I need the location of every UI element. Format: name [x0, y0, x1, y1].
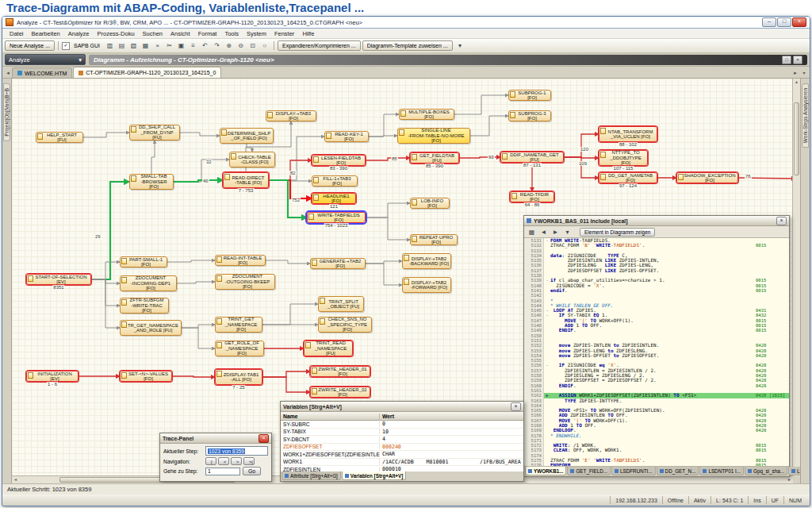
node-readkey[interactable]: READ-KEY-1 [FO] [324, 131, 369, 142]
open-icon[interactable]: ▧ [128, 40, 140, 52]
column-name[interactable]: Name [281, 414, 380, 419]
node-detshlp[interactable]: DETERMINE_SHLP_OF_FIELD [FO] [220, 128, 274, 144]
node-repeat[interactable]: REPEAT-UPRO [FO] [410, 234, 458, 245]
code-line[interactable]: 5160 ENDIF.0420 [524, 383, 789, 388]
close-document-icon[interactable]: × [793, 56, 802, 64]
column-wert[interactable]: Wert [380, 414, 523, 419]
include-tab-1[interactable]: GET_FIELD... [567, 467, 611, 475]
node-disp3[interactable]: DISPLAY-+TAB3 [FO] [266, 110, 316, 121]
tab-graph[interactable]: CT-OPTIMIZER-GRAPH-1120_20130123_164215_… [73, 67, 221, 78]
variable-row[interactable]: WORK1/1ACC/ACDB M810001 /1FB/BUS_AREA ..… [281, 459, 523, 467]
variable-row[interactable]: SY-SUBRC0 [281, 421, 523, 429]
node-getrole[interactable]: GET_ROLE_OF_NAMESPACE [FO] [215, 341, 264, 356]
node-dispback[interactable]: DISPLAY-+TAB2-BACKWARD [FO] [402, 253, 451, 269]
code-line[interactable]: 5170* ENDWHILE. [524, 433, 789, 438]
node-ddshlp[interactable]: DD_SHLP_CALL_FROM_DYNP [FU] [129, 125, 180, 140]
node-ntab[interactable]: NTAB_TRANSFORM_VIA_UCLEN [FO] [599, 126, 657, 142]
node-zdisp1[interactable]: ZDISPLAY-TAB1-ALL [FO] [215, 369, 262, 385]
variable-row[interactable]: ZDFIESOFFSET000240 [281, 444, 523, 452]
right-dock-tab-work-steps[interactable]: Work-Steps Analysieren [802, 83, 809, 148]
node-setn[interactable]: SET-<N>-VALUES [FO] [120, 371, 172, 382]
code-editor[interactable]: 5131-FORM WRITE-TABFIELDS.5132ZTRAC_FORM… [524, 238, 789, 467]
node-init[interactable]: INITIALIZATION [EV] [26, 371, 79, 382]
node-readint[interactable]: READ-INT-TABLE [FO] [215, 255, 266, 266]
node-nttype[interactable]: NTTYPE_TO_DDOBJTYPE [FO] [599, 150, 648, 166]
code-line[interactable]: 5149 ENDIF.0015 [524, 328, 789, 333]
next-step-button[interactable]: > [231, 457, 242, 465]
maximize-button[interactable]: □ [777, 17, 791, 27]
close-button[interactable]: × [792, 17, 806, 27]
tab-welcome[interactable]: WELCOME.HTM [12, 67, 72, 78]
menu-bearbeiten[interactable]: Bearbeiten [28, 30, 64, 37]
node-trintread[interactable]: TRINT_READ_NAMESPACE [FU] [304, 341, 353, 356]
new-analysis-button[interactable]: Neue Analyse ... [5, 40, 55, 51]
node-smalltab[interactable]: SMALL-TAB-BROWSER [FO] [129, 174, 174, 190]
code-panel-close-icon[interactable]: × [776, 217, 787, 225]
node-writetf[interactable]: WRITE-TABFIELDS [FO] [307, 212, 366, 223]
zoom-in-icon[interactable]: ⊕ [223, 40, 235, 52]
node-startsel[interactable]: START-OF-SELECTION [EV] [26, 274, 91, 285]
delete-icon[interactable]: × [151, 40, 163, 52]
node-zdocout[interactable]: ZDOCUMENT-OUTGOING-BKEEP [FO] [215, 274, 275, 290]
node-help[interactable]: HELP_START [FU] [36, 132, 83, 143]
scroll-left-icon[interactable]: ◄ [12, 476, 19, 483]
toolbar-overflow-icon[interactable]: ▾ [454, 40, 466, 52]
menu-analyze[interactable]: Analyze [64, 30, 94, 37]
left-dock-tab[interactable]: Projekt|Obj|Vars|B+B [3, 83, 10, 141]
node-shadow[interactable]: SHADOW_EXCEPTION [FO] [676, 172, 738, 183]
node-lesen[interactable]: LESEN-FIELDTAB [FO] [312, 155, 366, 166]
node-trintget[interactable]: TRINT_GET_NAMESPACE [FO] [215, 317, 262, 333]
node-dispfwd[interactable]: DISPLAY-+TAB2-FORWARD [FO] [402, 277, 451, 293]
variables-panel-titlebar[interactable]: Variablen [Strg+Alt+V] × [281, 402, 523, 412]
menu-suchen[interactable]: Suchen [139, 30, 167, 37]
node-fill3[interactable]: FILL-1+TAB3 [FO] [312, 175, 358, 187]
diagram-vscrollbar[interactable]: ▲ ▼ [792, 79, 800, 476]
zoom-fit-icon[interactable]: ⊡ [247, 40, 259, 52]
redo-icon[interactable]: ↷ [211, 40, 223, 52]
previous-step-button[interactable]: < [218, 457, 229, 465]
scroll-up-icon[interactable]: ▲ [793, 79, 800, 86]
zoom-out-icon[interactable]: ⊖ [235, 40, 247, 52]
minimize-button[interactable]: – [762, 17, 776, 27]
code-line[interactable]: 5173 CLEAR: OFF, WORK, WORK1.0015 [524, 448, 789, 452]
variable-row[interactable]: SY-DBCNT4 [281, 436, 523, 444]
goto-next-icon[interactable]: ► [550, 226, 561, 237]
node-zwh2[interactable]: ZWRITE_HEADER_02 [FO] [310, 387, 370, 398]
node-singleline[interactable]: SINGLE-LINE-FROM-TABLE-NO-MORE [FO] [397, 128, 470, 144]
menu-fenster[interactable]: Fenster [270, 30, 298, 37]
menu-format[interactable]: Format [194, 30, 221, 37]
undo-icon[interactable]: ↶ [199, 40, 211, 52]
save-icon[interactable]: ▦ [140, 40, 151, 52]
menu-tools[interactable]: Tools [220, 30, 243, 37]
tab-list-icon[interactable]: ▾ [800, 69, 808, 78]
scroll-right-icon[interactable]: ► [786, 476, 793, 483]
tab-scroll-right-icon[interactable]: ► [791, 69, 799, 78]
node-headline[interactable]: HEADLINE1 [FO] [312, 193, 356, 204]
include-tab-4[interactable]: LSDNTP01 I... [699, 467, 744, 475]
search-icon[interactable]: ○ [259, 40, 270, 52]
node-getftab[interactable]: GET_FIELDTAB [FU] [410, 152, 459, 164]
vscroll-thumb[interactable] [794, 102, 799, 175]
variable-row[interactable]: ZDFIESINTLEN000010 [281, 466, 523, 471]
node-chktab[interactable]: CHECK-TABLE-CLASS [FO] [229, 152, 275, 167]
show-in-diagram-button[interactable]: Element in Diagramm zeigen [580, 228, 655, 237]
sap-session-icon[interactable]: ▤ [116, 40, 128, 52]
cut-icon[interactable]: ✂ [163, 40, 175, 52]
copy-icon[interactable]: ▣ [175, 40, 187, 52]
node-zftr[interactable]: ZFTR-SUBFGM-WRITE-TRAC [FO] [120, 298, 169, 314]
print-icon[interactable]: ≡ [187, 40, 199, 52]
mode-combo[interactable]: Analyze ▾ [5, 54, 86, 65]
menu-hilfe[interactable]: Hilfe [298, 30, 318, 37]
node-partsmall[interactable]: PART-SMALL-1 [FO] [120, 256, 167, 267]
variables-tab-1[interactable]: Variablen [Strg+Alt+V] [342, 471, 407, 480]
code-save-icon[interactable]: ▦ [526, 226, 538, 237]
include-tab-6[interactable]: LSDNTP02 I... [788, 467, 801, 475]
assign-template-button[interactable]: Diagramm-Template zuweisen ... [362, 40, 453, 51]
menu-system[interactable]: System [243, 30, 270, 37]
code-line[interactable]: 5154 move ZDFIES-OFFSET to ZDFIESOFFSET.… [524, 353, 789, 358]
code-line[interactable]: 5132ZTRAC_FORM 'B' 'WRITE-TABFIELDS'.001… [524, 243, 789, 248]
node-multibox[interactable]: MULTIPLE-BOXES [FO] [399, 109, 454, 120]
trace-panel-close-icon[interactable]: × [259, 434, 269, 443]
menu-prozess-doku[interactable]: Prozess-Doku [93, 30, 138, 37]
node-trsplit[interactable]: TRINT_SPLIT_OBJECT [FU] [318, 296, 364, 312]
